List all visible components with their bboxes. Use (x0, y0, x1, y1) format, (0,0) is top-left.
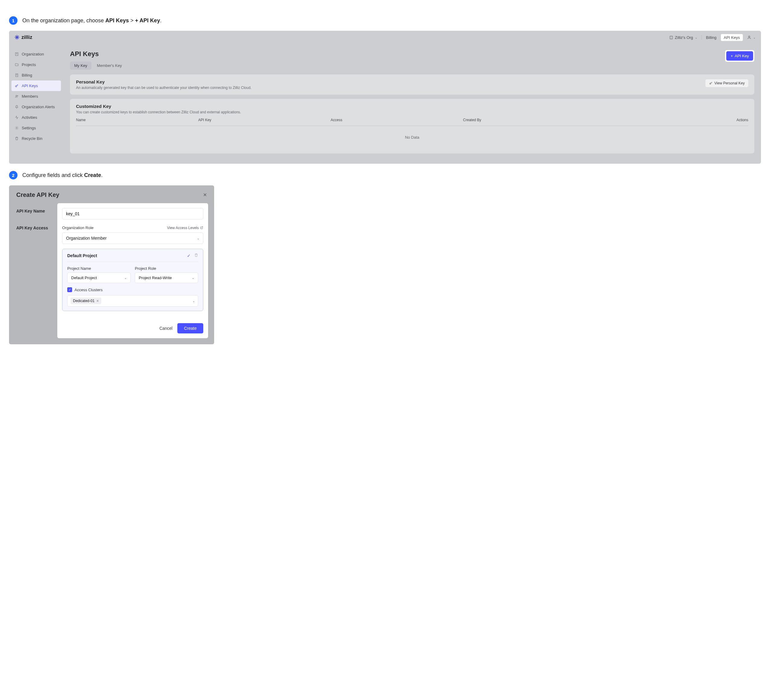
text-bold: + API Key (135, 18, 160, 24)
sidebar-item-organization[interactable]: Organization (9, 49, 63, 60)
key-icon (709, 81, 713, 85)
api-key-name-input[interactable] (62, 208, 203, 219)
column-name: Name (76, 118, 198, 122)
svg-point-5 (16, 95, 16, 96)
project-name-select[interactable]: Default Project ⌄ (67, 273, 131, 283)
view-personal-key-button[interactable]: View Personal Key (705, 79, 749, 87)
section-title: Personal Key (76, 79, 252, 84)
chevron-down-icon: ⌄ (197, 237, 199, 240)
check-icon[interactable]: ✓ (187, 253, 191, 258)
text: . (101, 172, 102, 178)
project-box-header: Default Project ✓ (67, 253, 198, 262)
main-header: API Keys My Key Member's Key + API Key (70, 50, 754, 74)
close-button[interactable]: ✕ (203, 192, 207, 198)
add-api-key-button[interactable]: + API Key (726, 51, 753, 61)
project-role-field: Project Role Project Read-Write ⌄ (135, 266, 198, 283)
chevron-down-icon: ⌄ (192, 299, 195, 303)
page-title: API Keys (70, 50, 126, 58)
logo-text: zilliz (21, 34, 32, 40)
svg-point-8 (710, 83, 711, 84)
modal-form-panel: Organization Role View Access Levels Org… (57, 203, 208, 338)
create-api-key-modal-screenshot: Create API Key ✕ API Key Name API Key Ac… (9, 185, 214, 344)
user-menu[interactable]: ⌄ (747, 35, 755, 39)
no-data-message: No Data (76, 126, 748, 148)
user-icon (747, 35, 751, 39)
step-number-badge: 2 (9, 171, 18, 179)
table-header: Name API Key Access Created By Actions (76, 114, 748, 126)
topbar: ✳ zilliz Zilliz's Org ⌄ Billing API Keys… (9, 31, 761, 44)
gear-icon (15, 126, 19, 130)
project-config-box: Default Project ✓ Project Name Default P… (62, 249, 203, 311)
main-content: API Keys My Key Member's Key + API Key (63, 44, 761, 164)
chevron-down-icon: ⌄ (695, 36, 697, 39)
modal-footer: Cancel Create (62, 323, 203, 334)
org-role-label: Organization Role (62, 226, 94, 230)
org-role-select[interactable]: Organization Member ⌄ (62, 232, 203, 244)
tab-my-key[interactable]: My Key (70, 61, 91, 69)
step-2-text: Configure fields and click Create. (22, 172, 102, 179)
trash-icon[interactable] (194, 253, 198, 258)
sidebar-item-members[interactable]: Members (9, 91, 63, 102)
logo[interactable]: ✳ zilliz (15, 34, 32, 41)
billing-link[interactable]: Billing (706, 35, 717, 40)
text-bold: API Keys (105, 18, 129, 24)
sidebar-item-api-keys[interactable]: API Keys (11, 81, 61, 91)
api-keys-link[interactable]: API Keys (721, 34, 743, 41)
project-role-select[interactable]: Project Read-Write ⌄ (135, 273, 198, 283)
step-2-header: 2 Configure fields and click Create. (9, 171, 761, 179)
sidebar-item-alerts[interactable]: Organization Alerts (9, 102, 63, 112)
check-icon: ✓ (68, 288, 71, 292)
step-1-text: On the organization page, choose API Key… (22, 18, 162, 24)
chip-remove-icon[interactable]: ✕ (96, 299, 99, 303)
sidebar-item-recycle-bin[interactable]: Recycle Bin (9, 133, 63, 144)
project-box-actions: ✓ (187, 253, 198, 258)
text-bold: Create (84, 172, 101, 178)
sidebar-item-projects[interactable]: Projects (9, 60, 63, 70)
org-switcher[interactable]: Zilliz's Org ⌄ (669, 35, 697, 40)
chip-label: Dedicated-01 (73, 299, 94, 303)
customized-key-section: Customized Key You can create customized… (70, 99, 754, 153)
access-clusters-checkbox-row: ✓ Access Clusters (67, 287, 198, 292)
cancel-button[interactable]: Cancel (159, 326, 173, 331)
view-access-levels-link[interactable]: View Access Levels (167, 226, 203, 230)
sidebar-item-label: Activities (22, 115, 37, 120)
bell-icon (15, 105, 19, 109)
create-button[interactable]: Create (177, 323, 203, 334)
key-icon (15, 84, 19, 88)
sidebar-item-label: Projects (22, 62, 36, 67)
modal-side-labels: API Key Name API Key Access (9, 203, 57, 338)
label-api-key-name: API Key Name (16, 209, 57, 213)
checkbox-label: Access Clusters (74, 288, 102, 292)
sidebar-item-billing[interactable]: Billing (9, 70, 63, 81)
trash-icon (15, 137, 19, 141)
svg-point-7 (16, 127, 17, 128)
link-text: View Access Levels (167, 226, 199, 230)
step-number-badge: 1 (9, 16, 18, 25)
field-label: Project Name (67, 266, 131, 271)
project-box-title: Default Project (67, 253, 97, 258)
select-value: Default Project (71, 276, 97, 280)
section-description: An automatically generated key that can … (76, 85, 252, 90)
activity-icon (15, 116, 19, 120)
receipt-icon (15, 73, 19, 77)
column-actions: Actions (667, 118, 748, 122)
external-link-icon (200, 226, 203, 229)
project-fields-row: Project Name Default Project ⌄ Project R… (67, 266, 198, 283)
section-title: Customized Key (76, 104, 748, 109)
sidebar-item-label: Organization (22, 52, 44, 56)
button-label: API Key (735, 54, 749, 58)
sidebar-item-activities[interactable]: Activities (9, 112, 63, 123)
sidebar-item-settings[interactable]: Settings (9, 123, 63, 133)
divider (702, 35, 702, 40)
access-clusters-checkbox[interactable]: ✓ (67, 287, 72, 292)
text: . (160, 18, 162, 24)
sidebar-item-label: Recycle Bin (22, 136, 42, 141)
column-apikey: API Key (198, 118, 330, 122)
close-icon: ✕ (203, 192, 207, 197)
sidebar-item-label: Organization Alerts (22, 105, 55, 109)
tab-members-key[interactable]: Member's Key (92, 61, 126, 69)
users-icon (15, 94, 19, 98)
text: On the organization page, choose (22, 18, 105, 24)
cluster-multiselect[interactable]: Dedicated-01 ✕ ⌄ (67, 295, 198, 306)
modal-body: API Key Name API Key Access Organization… (9, 203, 214, 344)
